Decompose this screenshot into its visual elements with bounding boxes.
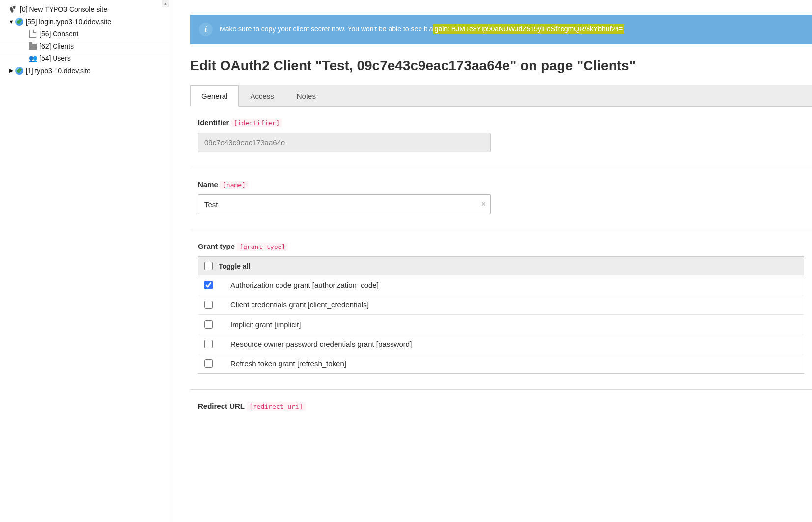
scrollbar-up-icon[interactable]: ▴ bbox=[162, 0, 169, 7]
alert-text: Make sure to copy your client secret now… bbox=[220, 25, 624, 34]
tree-label: [1] typo3-10.ddev.site bbox=[26, 67, 91, 75]
field-code: [redirect_uri] bbox=[247, 402, 306, 411]
grant-option-label: Refresh token grant [refresh_token] bbox=[230, 359, 346, 368]
field-code: [name] bbox=[220, 181, 248, 189]
grant-option-label: Client credentials grant [client_credent… bbox=[230, 301, 369, 309]
tree-node-clients[interactable]: [62] Clients bbox=[0, 40, 169, 52]
info-alert: i Make sure to copy your client secret n… bbox=[190, 15, 812, 44]
field-section-grant-type: Grant type [grant_type] Toggle all Autho… bbox=[190, 230, 812, 390]
field-label-text: Grant type bbox=[198, 242, 235, 250]
field-label-grant-type: Grant type [grant_type] bbox=[198, 242, 804, 250]
grant-option-checkbox[interactable] bbox=[204, 359, 213, 368]
folder-icon bbox=[28, 42, 37, 51]
field-section-redirect-uri: Redirect URL [redirect_uri] bbox=[190, 390, 812, 420]
tree-node-site2[interactable]: ▶ [1] typo3-10.ddev.site bbox=[0, 64, 169, 77]
globe-icon bbox=[15, 17, 24, 26]
page-tree: [0] New TYPO3 Console site ▼ [55] login.… bbox=[0, 3, 169, 77]
field-label-name: Name [name] bbox=[198, 180, 804, 189]
grant-option-checkbox[interactable] bbox=[204, 301, 213, 309]
alert-secret-highlight: gain: BJM+e8YIp90aNUWJdZ519yiLeSfncgmQR/… bbox=[433, 24, 625, 34]
page-tree-sidebar: ▴ [0] New TYPO3 Console site ▼ [55] logi… bbox=[0, 0, 169, 522]
name-input[interactable] bbox=[198, 194, 491, 214]
tree-label: [55] login.typo3-10.ddev.site bbox=[26, 18, 111, 26]
field-section-name: Name [name] × bbox=[190, 168, 812, 230]
tree-node-users[interactable]: 👥 [54] Users bbox=[0, 52, 169, 64]
toggle-all-checkbox[interactable] bbox=[204, 262, 213, 270]
grant-option-checkbox[interactable] bbox=[204, 340, 213, 348]
page-title: Edit OAuth2 Client "Test, 09c7e43c9eac17… bbox=[190, 58, 812, 74]
identifier-input[interactable] bbox=[198, 133, 491, 152]
main-content: i Make sure to copy your client secret n… bbox=[169, 0, 812, 522]
field-code: [grant_type] bbox=[237, 243, 288, 251]
grant-option-row: Client credentials grant [client_credent… bbox=[198, 295, 804, 315]
tree-collapse-icon[interactable]: ▼ bbox=[8, 19, 15, 25]
grant-option-row: Authorization code grant [authorization_… bbox=[198, 275, 804, 295]
field-label-identifier: Identifier [identifier] bbox=[198, 118, 804, 127]
alert-prefix: Make sure to copy your client secret now… bbox=[220, 25, 433, 33]
grant-option-label: Resource owner password credentials gran… bbox=[230, 340, 412, 348]
tree-label: [54] Users bbox=[39, 55, 71, 62]
field-label-redirect-uri: Redirect URL [redirect_uri] bbox=[198, 402, 804, 410]
clear-icon[interactable]: × bbox=[481, 200, 486, 209]
grant-option-row: Resource owner password credentials gran… bbox=[198, 334, 804, 354]
grant-option-row: Refresh token grant [refresh_token] bbox=[198, 354, 804, 373]
grant-option-checkbox[interactable] bbox=[204, 320, 213, 329]
field-code: [identifier] bbox=[231, 119, 282, 127]
tab-access[interactable]: Access bbox=[239, 85, 285, 106]
grant-option-label: Authorization code grant [authorization_… bbox=[230, 281, 379, 289]
grant-option-label: Implicit grant [implicit] bbox=[230, 320, 301, 329]
tree-expand-icon[interactable]: ▶ bbox=[8, 67, 15, 74]
tab-notes[interactable]: Notes bbox=[285, 85, 327, 106]
tab-general[interactable]: General bbox=[190, 85, 239, 107]
tree-node-consent[interactable]: [56] Consent bbox=[0, 27, 169, 40]
users-icon: 👥 bbox=[28, 54, 37, 63]
globe-icon bbox=[15, 66, 24, 75]
grant-type-checklist: Toggle all Authorization code grant [aut… bbox=[198, 256, 804, 374]
checklist-toggle-all-row: Toggle all bbox=[198, 257, 804, 275]
tree-node-site1[interactable]: ▼ [55] login.typo3-10.ddev.site bbox=[0, 15, 169, 27]
info-icon: i bbox=[199, 23, 213, 36]
tree-label: [0] New TYPO3 Console site bbox=[20, 5, 107, 13]
field-section-identifier: Identifier [identifier] bbox=[190, 107, 812, 168]
field-label-text: Name bbox=[198, 180, 218, 189]
toggle-all-label: Toggle all bbox=[219, 262, 250, 270]
page-icon bbox=[28, 29, 37, 38]
typo3-icon bbox=[9, 5, 18, 14]
tree-node-root[interactable]: [0] New TYPO3 Console site bbox=[0, 3, 169, 15]
tree-label: [62] Clients bbox=[39, 42, 74, 50]
field-label-text: Identifier bbox=[198, 118, 229, 127]
tree-label: [56] Consent bbox=[39, 30, 78, 38]
grant-option-checkbox[interactable] bbox=[204, 281, 213, 289]
grant-option-row: Implicit grant [implicit] bbox=[198, 315, 804, 334]
field-label-text: Redirect URL bbox=[198, 402, 245, 410]
tabs-bar: General Access Notes bbox=[190, 85, 812, 107]
